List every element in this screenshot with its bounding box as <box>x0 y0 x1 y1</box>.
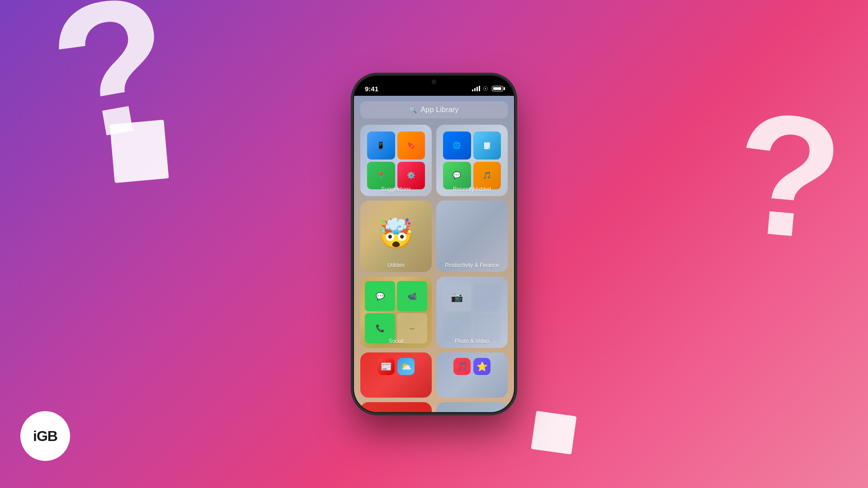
recent-icon-4: 🎵 <box>473 162 501 190</box>
app-library-search[interactable]: 🔍 App Library <box>360 101 508 118</box>
other-folder[interactable] <box>436 402 508 412</box>
suggestions-label: Suggestions <box>360 186 432 192</box>
screen: 9:41 ☉ 🔍 <box>354 76 514 412</box>
question-mark-right: ? <box>729 86 848 267</box>
partial-app-row: 🎙️ 📺 <box>360 402 508 412</box>
suggestion-icon-2: 🔖 <box>397 131 425 160</box>
news-icon: 📰 <box>377 358 395 375</box>
recent-icon-3: 💬 <box>443 162 471 190</box>
photo-placeholder <box>473 283 501 311</box>
app-folder-grid: 📱 🔖 📍 ⚙️ Suggestions 🌐 🗒️ 💬 <box>360 125 508 348</box>
igb-logo: iGB <box>20 411 70 461</box>
productivity-label: Productivity & Finance <box>436 262 508 268</box>
entertainment-folder[interactable]: 📰 ⛅ <box>360 352 432 398</box>
social-folder[interactable]: 💬 📹 📞 ··· Social <box>360 277 432 348</box>
bottom-app-rows: 📰 ⛅ 🎵 ⭐ <box>360 352 508 398</box>
suggestion-icon-1: 📱 <box>367 131 395 160</box>
suggestion-icon-4: ⚙️ <box>397 162 425 190</box>
suggestions-folder[interactable]: 📱 🔖 📍 ⚙️ Suggestions <box>360 125 432 196</box>
white-rectangle-1 <box>110 120 169 183</box>
social-label: Social <box>360 338 432 344</box>
status-icons: ☉ <box>472 85 503 92</box>
recently-added-label: Recently Added <box>436 186 508 192</box>
app-library-screen[interactable]: 🔍 App Library 📱 🔖 📍 ⚙️ Suggestions <box>354 96 514 412</box>
search-placeholder: App Library <box>420 106 458 114</box>
music-icon: 🎵 <box>453 358 471 375</box>
facetime-icon: 📹 <box>397 281 427 311</box>
utilities-emoji: 🤯 <box>378 219 414 248</box>
white-rectangle-2 <box>531 411 577 455</box>
phone-frame: 9:41 ☉ 🔍 <box>353 75 515 413</box>
notch <box>405 76 463 89</box>
recent-icon-2: 🗒️ <box>473 131 501 160</box>
video-placeholder <box>443 314 471 342</box>
search-icon: 🔍 <box>409 106 417 113</box>
status-time: 9:41 <box>365 85 378 93</box>
photo-video-label: Photo & Video <box>436 338 508 344</box>
suggestion-icon-3: 📍 <box>367 162 395 190</box>
camera-icon: 📷 <box>443 283 471 311</box>
productivity-folder[interactable]: Productivity & Finance <box>436 201 508 272</box>
utilities-label: Utilities <box>360 262 432 268</box>
front-camera <box>432 80 436 84</box>
recently-added-folder[interactable]: 🌐 🗒️ 💬 🎵 Recently Added <box>436 125 508 196</box>
media-folder[interactable]: 🎵 ⭐ <box>436 352 508 398</box>
weather-icon: ⛅ <box>397 358 415 375</box>
podcasts-folder[interactable]: 🎙️ 📺 <box>360 402 432 412</box>
wifi-icon: ☉ <box>483 85 488 92</box>
photo-video-folder[interactable]: 📷 Photo & Video <box>436 277 508 348</box>
media-placeholder <box>473 314 501 342</box>
tv-icon: ⭐ <box>473 358 491 375</box>
utilities-folder[interactable]: 🤯 Utilities <box>360 201 432 272</box>
iphone-body: 9:41 ☉ 🔍 <box>353 75 515 413</box>
messages-icon: 💬 <box>365 281 395 311</box>
signal-icon <box>472 86 480 91</box>
recent-icon-1: 🌐 <box>443 131 471 160</box>
battery-icon <box>492 86 503 91</box>
